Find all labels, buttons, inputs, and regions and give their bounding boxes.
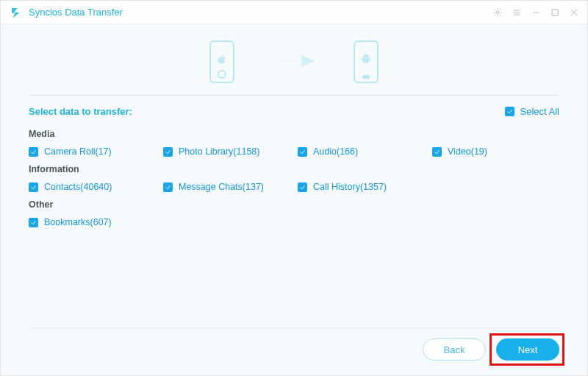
checkbox-message-chats[interactable]: Message Chats(137)	[163, 182, 290, 192]
svg-rect-5	[552, 9, 558, 15]
app-logo-icon	[10, 6, 23, 19]
select-all-checkbox[interactable]: Select All	[505, 106, 559, 117]
checkbox-bookmarks[interactable]: Bookmarks(607)	[29, 217, 156, 227]
checkbox-video[interactable]: Video(19)	[432, 146, 559, 157]
checkmark-icon	[505, 107, 514, 116]
item-label: Message Chats(137)	[179, 182, 264, 192]
svg-point-0	[496, 11, 499, 14]
target-phone-icon	[354, 40, 379, 83]
item-label: Video(19)	[448, 146, 487, 157]
section-information: Information Contacts(40640) Message Chat…	[29, 164, 559, 192]
checkmark-icon	[29, 147, 38, 157]
back-button[interactable]: Back	[423, 338, 486, 361]
checkmark-icon	[29, 182, 38, 192]
next-button-label: Next	[518, 344, 538, 355]
back-button-label: Back	[444, 344, 465, 355]
menu-icon[interactable]	[511, 7, 523, 18]
titlebar: Syncios Data Transfer	[1, 1, 587, 24]
android-icon	[360, 54, 372, 68]
checkbox-photo-library[interactable]: Photo Library(1158)	[163, 146, 290, 157]
item-label: Audio(166)	[313, 146, 358, 157]
section-title-information: Information	[29, 164, 559, 174]
checkmark-icon	[163, 147, 173, 157]
checkmark-icon	[163, 182, 173, 192]
item-label: Bookmarks(607)	[44, 217, 112, 227]
item-label: Camera Roll(17)	[44, 146, 112, 157]
next-button[interactable]: Next	[496, 338, 559, 361]
arrow-right-icon	[271, 50, 317, 74]
checkmark-icon	[432, 147, 442, 157]
maximize-icon[interactable]	[549, 7, 561, 18]
main-content: Select data to transfer: Select All Medi…	[1, 24, 587, 375]
source-phone-icon	[209, 40, 234, 83]
checkbox-call-history[interactable]: Call History(1357)	[298, 182, 425, 192]
item-label: Photo Library(1158)	[179, 146, 259, 157]
checkbox-audio[interactable]: Audio(166)	[298, 146, 425, 157]
checkbox-contacts[interactable]: Contacts(40640)	[29, 182, 156, 192]
apple-icon	[216, 54, 228, 68]
divider	[29, 95, 559, 96]
section-other: Other Bookmarks(607)	[29, 199, 559, 227]
checkmark-icon	[29, 218, 38, 227]
app-title: Syncios Data Transfer	[29, 7, 123, 18]
section-title-other: Other	[29, 199, 559, 210]
checkbox-camera-roll[interactable]: Camera Roll(17)	[29, 146, 156, 157]
section-title-media: Media	[29, 129, 559, 139]
footer: Back Next	[29, 327, 559, 361]
select-data-label: Select data to transfer:	[29, 106, 132, 117]
checkmark-icon	[298, 182, 307, 192]
item-label: Call History(1357)	[313, 182, 387, 192]
checkmark-icon	[298, 147, 307, 157]
section-media: Media Camera Roll(17) Photo Library(1158…	[29, 129, 559, 157]
window-controls	[492, 7, 580, 18]
item-label: Contacts(40640)	[44, 182, 112, 192]
minimize-icon[interactable]	[530, 7, 542, 18]
close-icon[interactable]	[568, 7, 580, 18]
device-transfer-diagram	[29, 38, 559, 95]
select-all-label: Select All	[520, 106, 559, 117]
gear-icon[interactable]	[492, 7, 503, 18]
